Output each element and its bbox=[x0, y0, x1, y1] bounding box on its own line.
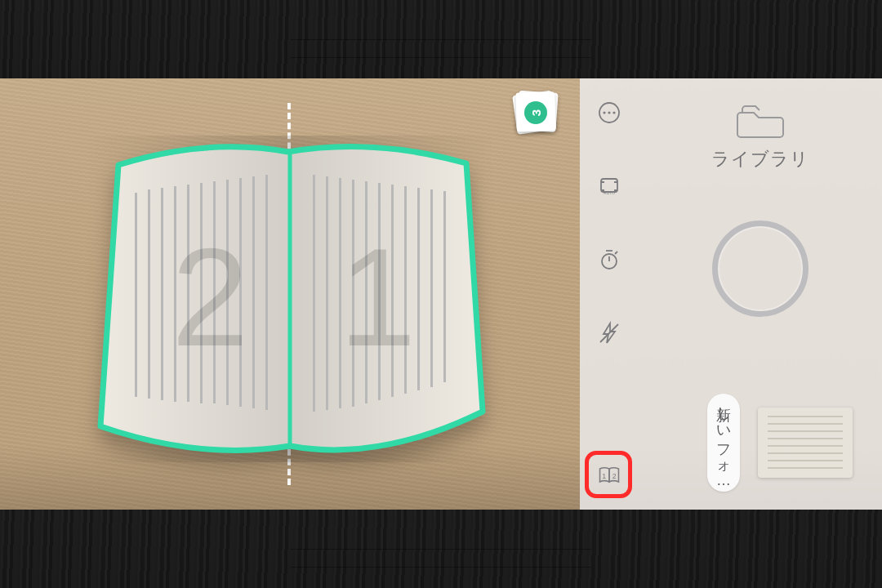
svg-rect-16 bbox=[365, 181, 368, 403]
frame-wood-bottom bbox=[0, 510, 882, 588]
svg-point-25 bbox=[603, 111, 605, 114]
last-scan-thumbnail[interactable] bbox=[758, 408, 853, 478]
svg-point-27 bbox=[612, 111, 615, 114]
svg-rect-2 bbox=[148, 189, 150, 399]
flash-button[interactable] bbox=[595, 318, 624, 348]
scanned-count-badge: 3 bbox=[524, 101, 547, 124]
svg-point-26 bbox=[608, 111, 610, 114]
svg-rect-5 bbox=[187, 185, 189, 402]
shutter-button[interactable] bbox=[712, 220, 808, 317]
svg-rect-15 bbox=[352, 180, 354, 407]
svg-rect-22 bbox=[443, 191, 446, 382]
controls-panel: AUTO bbox=[580, 78, 882, 510]
library-button[interactable] bbox=[736, 101, 785, 140]
svg-rect-1 bbox=[135, 193, 137, 397]
svg-rect-14 bbox=[339, 178, 341, 408]
svg-rect-3 bbox=[161, 188, 163, 400]
folder-icon bbox=[736, 101, 785, 140]
camera-viewport: 1 2 3 AUTO bbox=[0, 78, 882, 510]
new-folder-chip[interactable]: 新しいフォ… bbox=[707, 394, 740, 492]
svg-rect-21 bbox=[430, 189, 433, 387]
svg-rect-13 bbox=[326, 176, 328, 410]
svg-rect-6 bbox=[200, 183, 203, 403]
auto-crop-button[interactable]: AUTO bbox=[595, 172, 624, 201]
tutorial-highlight bbox=[585, 451, 632, 498]
library-label: ライブラリ bbox=[711, 147, 809, 172]
svg-rect-9 bbox=[239, 178, 242, 407]
frame-wood-top bbox=[0, 0, 882, 78]
svg-text:AUTO: AUTO bbox=[604, 190, 615, 195]
svg-rect-19 bbox=[404, 186, 407, 394]
flash-off-icon bbox=[597, 321, 621, 345]
svg-rect-4 bbox=[174, 186, 176, 402]
auto-crop-icon: AUTO bbox=[597, 174, 621, 198]
icon-rail: AUTO bbox=[580, 78, 639, 510]
more-icon bbox=[597, 100, 621, 125]
svg-rect-17 bbox=[378, 183, 381, 400]
svg-rect-12 bbox=[313, 175, 315, 412]
bottom-row: 新しいフォ… bbox=[707, 394, 859, 492]
svg-rect-11 bbox=[265, 175, 268, 410]
svg-rect-7 bbox=[213, 181, 216, 403]
right-column: ライブラリ 新しいフォ… bbox=[639, 78, 882, 510]
detected-book bbox=[86, 136, 494, 462]
svg-rect-20 bbox=[417, 188, 420, 390]
timer-icon bbox=[597, 247, 621, 272]
svg-rect-10 bbox=[252, 176, 255, 408]
timer-button[interactable] bbox=[595, 245, 624, 274]
svg-rect-18 bbox=[391, 185, 394, 397]
more-button[interactable] bbox=[595, 98, 624, 127]
scanned-pages-stack[interactable]: 3 bbox=[513, 91, 564, 136]
svg-rect-8 bbox=[226, 180, 229, 405]
